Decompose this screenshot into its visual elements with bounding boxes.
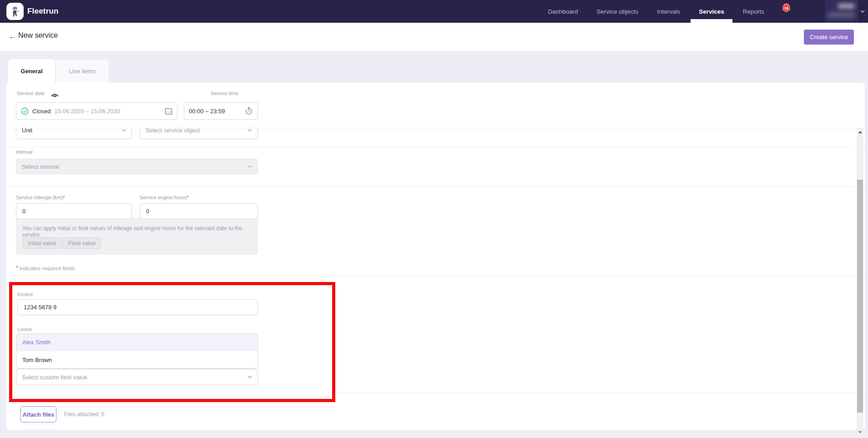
interval-label: Interval xyxy=(16,149,32,155)
nav-item-service-objects[interactable]: Service objects xyxy=(597,0,639,23)
stopwatch-icon xyxy=(245,107,253,115)
service-time-field[interactable]: 00:00 – 23:59 xyxy=(184,102,258,120)
brand-name: Fleetrun xyxy=(27,0,59,23)
avatar xyxy=(838,4,855,9)
scrollbar-thumb[interactable] xyxy=(857,180,863,413)
section-divider xyxy=(6,393,865,393)
service-date-range: 15.06.2020 – 15.06.2020 xyxy=(54,108,120,115)
tab-line-items[interactable]: Line items xyxy=(56,59,109,83)
nav-item-dashboard[interactable]: Dashboard xyxy=(548,0,578,23)
date-time-section: Service date Service time Closed 15.06.2… xyxy=(6,83,865,128)
chevron-down-icon xyxy=(247,129,252,131)
top-navbar: Fleetrun Dashboard Service objects Inter… xyxy=(0,0,868,23)
locker-option-alex-smith[interactable]: Alex Smith xyxy=(16,334,257,351)
locker-option-tom-brown[interactable]: Tom Brown xyxy=(16,351,257,368)
scroll-up-arrow[interactable] xyxy=(857,128,863,136)
section-divider xyxy=(6,186,865,186)
notifications-button[interactable]: 16 xyxy=(781,2,793,16)
invoice-input[interactable]: 1234 5678 9 xyxy=(17,299,258,315)
section-divider xyxy=(6,276,865,276)
custom-field-placeholder: Select custom field value xyxy=(22,374,87,381)
required-asterisk: * xyxy=(63,195,65,200)
nav-item-services[interactable]: Services xyxy=(699,0,724,23)
mileage-label: Service mileage (km)* xyxy=(16,195,65,200)
page-header: ← New service Create service xyxy=(0,23,868,51)
form-scroll-area: Unit Select service object Interval Sele… xyxy=(6,128,865,430)
fleetrun-logo[interactable] xyxy=(6,3,24,20)
chevron-down-icon xyxy=(247,165,252,168)
engine-hours-input[interactable]: 0 xyxy=(140,203,258,219)
main-nav: Dashboard Service objects Intervals Serv… xyxy=(548,0,764,23)
user-menu[interactable] xyxy=(825,0,858,23)
user-chevron-down-icon[interactable] xyxy=(860,10,865,13)
service-object-placeholder: Select service object xyxy=(146,128,200,134)
locker-options-dropdown: Alex Smith Tom Brown xyxy=(16,333,258,369)
unit-select[interactable]: Unit xyxy=(16,128,132,139)
chevron-down-icon xyxy=(121,129,126,131)
service-date-label: Service date xyxy=(17,91,45,96)
fleetrun-app: Fleetrun Dashboard Service objects Inter… xyxy=(0,0,868,438)
required-fields-note: * Indicates required fields xyxy=(16,265,75,271)
service-date-status: Closed xyxy=(32,108,50,115)
mechanic-logo-icon xyxy=(8,5,22,18)
user-name-blurred xyxy=(828,12,855,18)
notification-count-badge: 16 xyxy=(783,5,790,11)
vertical-scrollbar[interactable] xyxy=(857,128,863,436)
attach-files-button[interactable]: Attach files xyxy=(20,406,56,423)
section-divider xyxy=(6,147,865,147)
attach-separator xyxy=(58,406,59,423)
required-asterisk: * xyxy=(187,195,188,200)
scroll-down-arrow[interactable] xyxy=(857,428,863,436)
nav-item-intervals[interactable]: Intervals xyxy=(657,0,680,23)
nav-item-reports[interactable]: Reports xyxy=(743,0,764,23)
chevron-up-icon xyxy=(247,376,252,378)
locker-label: Locker xyxy=(17,327,32,332)
page-title: New service xyxy=(18,31,58,40)
status-closed-check-icon xyxy=(21,107,29,115)
files-attached-count: Files attached: 0 xyxy=(64,411,104,418)
service-time-label: Service time xyxy=(211,91,238,96)
create-service-button[interactable]: Create service xyxy=(804,30,854,45)
unit-select-value: Unit xyxy=(22,128,32,134)
initial-value-button[interactable]: Initial value xyxy=(22,237,62,249)
engine-hours-label: Service engine hours* xyxy=(140,195,189,200)
service-garage-icon xyxy=(51,92,59,97)
mileage-input[interactable]: 0 xyxy=(16,203,132,219)
interval-placeholder: Select interval xyxy=(22,163,59,170)
final-value-button[interactable]: Final value xyxy=(63,237,101,249)
service-object-select[interactable]: Select service object xyxy=(140,128,258,139)
service-date-field[interactable]: Closed 15.06.2020 – 15.06.2020 xyxy=(16,102,177,120)
back-button[interactable]: ← xyxy=(7,30,19,42)
mileage-hint-text: You can apply initial or final values of… xyxy=(22,225,258,238)
interval-select[interactable]: Select interval xyxy=(16,159,258,174)
invoice-label: Invoice xyxy=(17,292,33,297)
calendar-icon xyxy=(165,107,172,115)
custom-field-select[interactable]: Select custom field value xyxy=(16,369,258,385)
service-time-value: 00:00 – 23:59 xyxy=(189,108,225,115)
mileage-hint-panel: You can apply initial or final values of… xyxy=(16,217,258,255)
tab-general[interactable]: General xyxy=(8,59,55,83)
new-service-form-card: Service date Service time Closed 15.06.2… xyxy=(6,83,865,430)
